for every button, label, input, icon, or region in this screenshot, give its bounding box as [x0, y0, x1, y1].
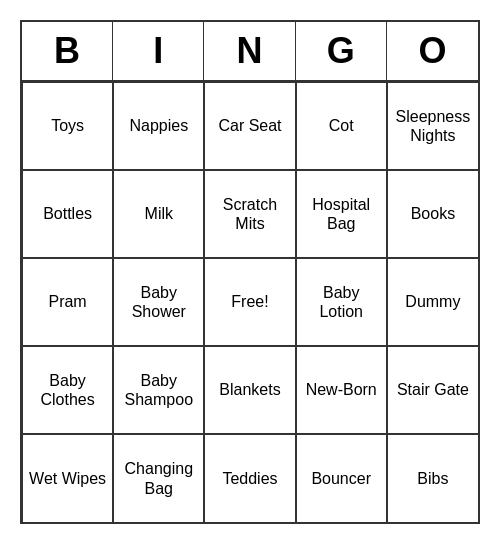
bingo-cell-13: Baby Lotion: [296, 258, 387, 346]
bingo-cell-10: Pram: [22, 258, 113, 346]
bingo-cell-1: Nappies: [113, 82, 204, 170]
bingo-cell-16: Baby Shampoo: [113, 346, 204, 434]
header-letter-b: B: [22, 22, 113, 80]
bingo-cell-18: New-Born: [296, 346, 387, 434]
header-letter-i: I: [113, 22, 204, 80]
header-letter-g: G: [296, 22, 387, 80]
bingo-grid: ToysNappiesCar SeatCotSleepness NightsBo…: [22, 82, 478, 522]
bingo-cell-3: Cot: [296, 82, 387, 170]
bingo-cell-2: Car Seat: [204, 82, 295, 170]
bingo-card: BINGO ToysNappiesCar SeatCotSleepness Ni…: [20, 20, 480, 524]
bingo-cell-20: Wet Wipes: [22, 434, 113, 522]
bingo-cell-8: Hospital Bag: [296, 170, 387, 258]
bingo-cell-0: Toys: [22, 82, 113, 170]
bingo-cell-23: Bouncer: [296, 434, 387, 522]
bingo-cell-24: Bibs: [387, 434, 478, 522]
bingo-cell-9: Books: [387, 170, 478, 258]
bingo-cell-5: Bottles: [22, 170, 113, 258]
bingo-cell-11: Baby Shower: [113, 258, 204, 346]
bingo-header: BINGO: [22, 22, 478, 82]
bingo-cell-4: Sleepness Nights: [387, 82, 478, 170]
bingo-cell-6: Milk: [113, 170, 204, 258]
bingo-cell-19: Stair Gate: [387, 346, 478, 434]
bingo-cell-15: Baby Clothes: [22, 346, 113, 434]
bingo-cell-22: Teddies: [204, 434, 295, 522]
bingo-cell-14: Dummy: [387, 258, 478, 346]
bingo-cell-7: Scratch Mits: [204, 170, 295, 258]
bingo-cell-12: Free!: [204, 258, 295, 346]
header-letter-n: N: [204, 22, 295, 80]
bingo-cell-17: Blankets: [204, 346, 295, 434]
bingo-cell-21: Changing Bag: [113, 434, 204, 522]
header-letter-o: O: [387, 22, 478, 80]
